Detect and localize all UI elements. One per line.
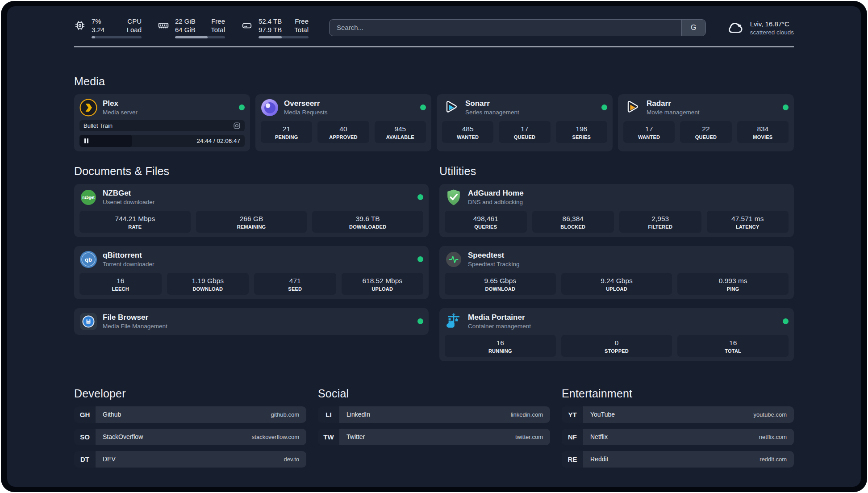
- stat-tile: 0 STOPPED: [561, 335, 672, 357]
- stat-label: QUEUED: [500, 134, 549, 140]
- stat-tile: 40 APPROVED: [317, 121, 369, 143]
- service-card-plex[interactable]: Plex Media server Bullet Train: [74, 94, 250, 151]
- status-dot: [783, 318, 789, 324]
- stat-value: 40: [318, 125, 368, 133]
- dashboard-content: 7% CPU 3.24 Load: [74, 17, 794, 468]
- cpu-progress-bar: [92, 36, 142, 38]
- service-name: Plex: [103, 99, 138, 108]
- section-title-utilities: Utilities: [439, 165, 794, 178]
- service-card-overseerr[interactable]: Overseerr Media Requests 21 PENDING: [255, 94, 431, 151]
- stat-label: STOPPED: [562, 348, 672, 354]
- weather-condition: scattered clouds: [750, 29, 794, 36]
- disk-icon: [241, 20, 253, 31]
- stat-tile: 39.6 TB DOWNLOADED: [312, 211, 423, 233]
- bookmark-stackoverflow[interactable]: SO StackOverflow stackoverflow.com: [74, 429, 306, 445]
- stat-label: DOWNLOADED: [313, 224, 422, 230]
- pause-icon: [84, 138, 88, 143]
- portainer-icon: [445, 313, 463, 330]
- bookmark-name: Github: [103, 411, 121, 418]
- stat-label: TOTAL: [678, 348, 788, 354]
- stat-value: 16: [678, 338, 788, 347]
- service-card-filebrowser[interactable]: File Browser Media File Management: [74, 308, 429, 335]
- bookmark-github[interactable]: GH Github github.com: [74, 406, 306, 423]
- bookmark-twitter[interactable]: TW Twitter twitter.com: [318, 429, 550, 445]
- service-name: AdGuard Home: [468, 188, 524, 198]
- disk-stat: 52.4 TB Free 97.9 TB Total: [241, 17, 309, 38]
- stat-label: AVAILABLE: [376, 134, 425, 140]
- status-dot: [417, 318, 423, 324]
- stat-label: LEECH: [80, 286, 161, 292]
- service-card-adguard[interactable]: AdGuard Home DNS and adblocking 498,461 …: [439, 184, 794, 237]
- section-documents: Documents & Files nzbget NZBGet: [74, 165, 429, 361]
- cpu-stat: 7% CPU 3.24 Load: [74, 17, 142, 38]
- bookmark-dev[interactable]: DT DEV dev.to: [74, 451, 306, 468]
- cpu-usage-value: 7%: [92, 17, 101, 25]
- stat-tile: 196 SERIES: [556, 121, 607, 143]
- status-dot: [239, 104, 245, 110]
- service-description: Usenet downloader: [103, 198, 154, 206]
- service-description: Media Requests: [284, 109, 328, 116]
- stat-tile: 485 WANTED: [442, 121, 493, 143]
- cpu-icon: [74, 20, 86, 31]
- search-input[interactable]: [330, 20, 681, 36]
- stat-tile: 744.21 Mbps RATE: [79, 211, 191, 233]
- weather-widget: Lviv, 16.87°C scattered clouds: [726, 19, 794, 37]
- service-card-portainer[interactable]: Media Portainer Container management 16 …: [439, 308, 794, 361]
- stat-label: DOWNLOAD: [446, 286, 555, 292]
- plex-icon: [79, 99, 97, 117]
- bookmark-linkedin[interactable]: LI LinkedIn linkedin.com: [318, 406, 550, 423]
- bookmark-name: YouTube: [590, 411, 615, 418]
- cpu-load-label: Load: [127, 25, 142, 34]
- stat-tile: 86,384 BLOCKED: [532, 211, 614, 233]
- bookmark-name: StackOverflow: [103, 433, 143, 440]
- stat-value: 498,461: [446, 214, 526, 223]
- bookmark-reddit[interactable]: RE Reddit reddit.com: [562, 451, 794, 468]
- bookmark-url: youtube.com: [754, 411, 787, 418]
- search-provider-button[interactable]: G: [681, 20, 705, 36]
- service-card-speedtest[interactable]: Speedtest Speedtest Tracking 9.65 Gbps D…: [439, 246, 794, 299]
- bookmark-abbr: YT: [562, 406, 583, 423]
- dashboard-background: 7% CPU 3.24 Load: [7, 6, 861, 487]
- stat-tile: 17 QUEUED: [499, 121, 550, 143]
- adguard-icon: [445, 188, 463, 206]
- bookmark-url: github.com: [271, 411, 299, 418]
- overseerr-icon: [261, 99, 279, 117]
- section-title-documents: Documents & Files: [74, 165, 429, 178]
- playback-time: 24:44 / 02:06:47: [196, 138, 245, 144]
- service-description: Torrent downloader: [103, 260, 154, 268]
- playback-progress-row: 24:44 / 02:06:47: [79, 135, 245, 147]
- stat-label: QUEUED: [681, 134, 730, 140]
- bookmark-name: Netflix: [590, 433, 608, 440]
- bookmark-netflix[interactable]: NF Netflix netflix.com: [562, 429, 794, 445]
- search-bar: G: [329, 19, 706, 36]
- service-card-qbittorrent[interactable]: qb qBittorrent Torrent downloader: [74, 246, 429, 299]
- stat-label: FILTERED: [620, 224, 701, 230]
- stat-value: 471: [255, 276, 335, 285]
- stat-label: UPLOAD: [342, 286, 423, 292]
- stat-value: 1.19 Gbps: [168, 276, 248, 285]
- bookmark-abbr: LI: [318, 406, 339, 423]
- bookmark-abbr: SO: [74, 429, 96, 445]
- service-card-radarr[interactable]: Radarr Movie management 17 WANTED 2: [618, 94, 794, 151]
- stat-tile: 471 SEED: [254, 273, 336, 295]
- service-card-sonarr[interactable]: Sonarr Series management 485 WANTED: [437, 94, 613, 151]
- stat-label: SERIES: [557, 134, 606, 140]
- stat-value: 86,384: [533, 214, 613, 223]
- service-name: Radarr: [647, 99, 700, 108]
- stat-value: 0: [562, 338, 672, 347]
- stat-label: WANTED: [443, 134, 492, 140]
- disk-free-label: Free: [295, 17, 309, 25]
- filebrowser-icon: [79, 313, 97, 330]
- bookmark-abbr: TW: [318, 429, 339, 445]
- bookmark-youtube[interactable]: YT YouTube youtube.com: [562, 406, 794, 423]
- service-card-nzbget[interactable]: nzbget NZBGet Usenet downloader: [74, 184, 429, 237]
- cpu-load-value: 3.24: [92, 25, 104, 34]
- status-dot: [420, 104, 426, 110]
- memory-free-value: 22 GiB: [175, 17, 196, 25]
- status-dot: [783, 104, 789, 110]
- bookmark-abbr: NF: [562, 429, 583, 445]
- bookmark-url: stackoverflow.com: [252, 434, 299, 440]
- stat-tile: 618.52 Mbps UPLOAD: [342, 273, 424, 295]
- section-utilities: Utilities: [439, 165, 794, 361]
- stat-value: 266 GB: [197, 214, 306, 223]
